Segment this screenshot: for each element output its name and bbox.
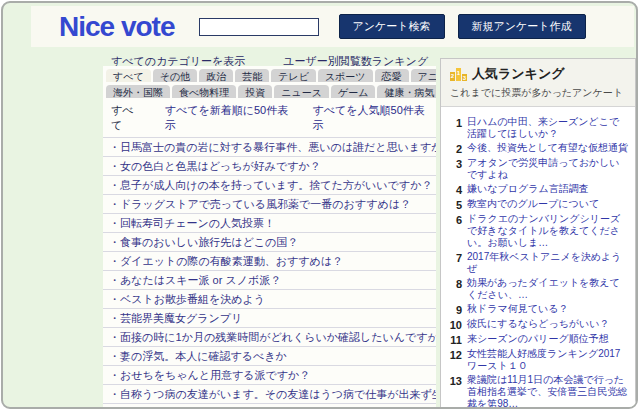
sort-newest-link[interactable]: すべてを新着順に50件表示 xyxy=(165,103,291,133)
rank-number: 12 xyxy=(447,348,462,361)
bullet: ・ xyxy=(109,236,120,248)
ranking-link[interactable]: 2017年秋ベストアニメを決めようぜ xyxy=(467,251,628,275)
tab-game[interactable]: ゲーム xyxy=(331,85,375,98)
ranking-item[interactable]: 5教室内でのグループについて xyxy=(447,198,628,211)
survey-link[interactable]: ベストお散歩番組を決めよう xyxy=(120,293,265,305)
survey-list-item[interactable]: ・ドラッグストアで売っている風邪薬で一番のおすすめは？ xyxy=(103,195,436,214)
sort-popular-link[interactable]: すべてを人気順50件表示 xyxy=(313,103,428,133)
bullet: ・ xyxy=(109,407,120,409)
bullet: ・ xyxy=(109,369,120,381)
ranking-link[interactable]: 彼氏にするならどっちがいい？ xyxy=(467,318,610,330)
bullet: ・ xyxy=(109,274,120,286)
tab-entertainment[interactable]: 芸能 xyxy=(235,69,269,82)
bullet: ・ xyxy=(109,388,120,400)
list-controls: すべて すべてを新着順に50件表示 すべてを人気順50件表示 xyxy=(103,98,436,137)
tab-all[interactable]: すべて xyxy=(106,69,151,82)
ranking-item[interactable]: 8効果があったダイエットを教えてください、… xyxy=(447,277,628,301)
survey-link[interactable]: 芸能界美魔女グランプリ xyxy=(120,312,242,324)
survey-link[interactable]: おせちをちゃんと用意する派ですか？ xyxy=(120,369,310,381)
ranking-item[interactable]: 12女性芸能人好感度ランキング2017 ワースト１０ xyxy=(447,348,628,372)
rank-number: 10 xyxy=(447,318,462,331)
bullet: ・ xyxy=(109,179,120,191)
survey-link[interactable]: 妻の浮気。本人に確認するべきか xyxy=(120,350,287,362)
survey-link[interactable]: 面接の時に1か月の残業時間がどれくらいか確認したいんですが、確認してしまった… xyxy=(120,331,436,343)
survey-list-item[interactable]: ・自称うつ病の友達がいます。その友達はうつ病で仕事が出来ず生活保護を受けている… xyxy=(103,385,436,404)
category-tabs-row-1: すべてその他政治芸能テレビスポーツ恋愛アニメ漫画ITダイエット xyxy=(103,66,436,82)
survey-link[interactable]: ハーゲンダッツ（ミニカップ）の人気投票 xyxy=(120,407,332,409)
survey-search-button[interactable]: アンケート検索 xyxy=(339,14,445,39)
ranking-link[interactable]: 女性芸能人好感度ランキング2017 ワースト１０ xyxy=(467,348,628,372)
survey-link[interactable]: ダイエットの際の有酸素運動、おすすめは？ xyxy=(120,255,343,267)
ranking-item[interactable]: 11来シーズンのパリーグ順位予想 xyxy=(447,333,628,346)
tab-tv[interactable]: テレビ xyxy=(271,69,316,82)
ranking-link[interactable]: 衆議院は11月1日の本会議で行った首相指名選挙で、安倍晋三自民党総裁を第98… xyxy=(467,374,628,409)
tab-anime-manga[interactable]: アニメ漫画 xyxy=(411,69,436,82)
survey-list-item[interactable]: ・食事のおいしい旅行先はどこの国？ xyxy=(103,233,436,252)
tab-news[interactable]: ニュース xyxy=(274,85,329,98)
tab-love[interactable]: 恋愛 xyxy=(375,69,409,82)
survey-list-item[interactable]: ・あなたはスキー派 or スノボ派？ xyxy=(103,271,436,290)
survey-list-item[interactable]: ・面接の時に1か月の残業時間がどれくらいか確認したいんですが、確認してしまった… xyxy=(103,328,436,347)
ranking-title: 人気ランキング xyxy=(472,65,565,83)
survey-list-item[interactable]: ・ハーゲンダッツ（ミニカップ）の人気投票 xyxy=(103,404,436,409)
survey-list-item[interactable]: ・ダイエットの際の有酸素運動、おすすめは？ xyxy=(103,252,436,271)
survey-list-item[interactable]: ・芸能界美魔女グランプリ xyxy=(103,309,436,328)
survey-list-item[interactable]: ・息子が成人向けの本を持っています。捨てた方がいいですか？ xyxy=(103,176,436,195)
ranking-list: 1日ハムの中田、来シーズンどこで活躍してほしいか？ 2今後、投資先として有望な仮… xyxy=(441,107,635,409)
podium-ranking-icon: 2 1 3 xyxy=(450,68,467,81)
survey-list-item[interactable]: ・ベストお散歩番組を決めよう xyxy=(103,290,436,309)
bullet: ・ xyxy=(109,198,120,210)
header: Nice vote アンケート検索 新規アンケート作成 xyxy=(31,6,634,47)
ranking-link[interactable]: 秋ドラマ何見ている？ xyxy=(467,303,568,315)
tab-health[interactable]: 健康・病気 xyxy=(377,85,436,98)
survey-link[interactable]: 食事のおいしい旅行先はどこの国？ xyxy=(120,236,298,248)
tab-other[interactable]: その他 xyxy=(153,69,197,82)
search-input[interactable] xyxy=(199,18,319,36)
ranking-item[interactable]: 2今後、投資先として有望な仮想通貨 xyxy=(447,142,628,155)
main-column: すべてその他政治芸能テレビスポーツ恋愛アニメ漫画ITダイエット 海外・国際食べ物… xyxy=(103,66,436,409)
tab-food[interactable]: 食べ物料理 xyxy=(172,85,236,98)
survey-list-item[interactable]: ・おせちをちゃんと用意する派ですか？ xyxy=(103,366,436,385)
ranking-link[interactable]: 来シーズンのパリーグ順位予想 xyxy=(467,333,609,345)
rank-number: 9 xyxy=(447,303,462,316)
ranking-item[interactable]: 10彼氏にするならどっちがいい？ xyxy=(447,318,628,331)
survey-link[interactable]: ドラッグストアで売っている風邪薬で一番のおすすめは？ xyxy=(120,198,411,210)
survey-list-item[interactable]: ・女の色白と色黒はどっちが好みですか？ xyxy=(103,157,436,176)
rank-number: 3 xyxy=(447,157,462,170)
survey-link[interactable]: あなたはスキー派 or スノボ派？ xyxy=(120,274,281,286)
ranking-link[interactable]: 今後、投資先として有望な仮想通貨 xyxy=(467,142,628,154)
rank-number: 2 xyxy=(447,142,462,155)
ranking-item[interactable]: 6ドラクエのナンバリングシリーズで好きなタイトルを教えてください。お願いしま… xyxy=(447,213,628,249)
bullet: ・ xyxy=(109,350,120,362)
ranking-link[interactable]: ドラクエのナンバリングシリーズで好きなタイトルを教えてください。お願いしま… xyxy=(467,213,628,249)
ranking-header: 2 1 3 人気ランキング これまでに投票が多かったアンケート xyxy=(441,59,635,107)
tab-sports[interactable]: スポーツ xyxy=(318,69,373,82)
ranking-item[interactable]: 3アオタンで労災申請っておかしいですよね xyxy=(447,157,628,181)
tab-politics[interactable]: 政治 xyxy=(199,69,233,82)
page: Nice vote アンケート検索 新規アンケート作成 すべてのカテゴリーを表示… xyxy=(0,0,640,411)
ranking-item[interactable]: 72017年秋ベストアニメを決めようぜ xyxy=(447,251,628,275)
ranking-item[interactable]: 1日ハムの中田、来シーズンどこで活躍してほしいか？ xyxy=(447,116,628,140)
ranking-link[interactable]: 効果があったダイエットを教えてください、… xyxy=(467,277,628,301)
survey-link[interactable]: 自称うつ病の友達がいます。その友達はうつ病で仕事が出来ず生活保護を受けている… xyxy=(120,388,436,400)
bullet: ・ xyxy=(109,255,120,267)
survey-list-item[interactable]: ・日馬富士の貴の岩に対する暴行事件、悪いのは誰だと思いますか？ xyxy=(103,138,436,157)
survey-link[interactable]: 回転寿司チェーンの人気投票！ xyxy=(120,217,275,229)
ranking-link[interactable]: 日ハムの中田、来シーズンどこで活躍してほしいか？ xyxy=(467,116,628,140)
survey-list-item[interactable]: ・妻の浮気。本人に確認するべきか xyxy=(103,347,436,366)
bullet: ・ xyxy=(109,217,120,229)
ranking-link[interactable]: 嫌いなプログラム言語調査 xyxy=(467,183,589,195)
survey-link[interactable]: 息子が成人向けの本を持っています。捨てた方がいいですか？ xyxy=(120,179,432,191)
ranking-item[interactable]: 13衆議院は11月1日の本会議で行った首相指名選挙で、安倍晋三自民党総裁を第98… xyxy=(447,374,628,409)
tab-overseas[interactable]: 海外・国際 xyxy=(106,85,170,98)
create-survey-button[interactable]: 新規アンケート作成 xyxy=(458,14,586,39)
tab-investment[interactable]: 投資 xyxy=(238,85,272,98)
ranking-link[interactable]: 教室内でのグループについて xyxy=(467,198,599,210)
survey-link[interactable]: 女の色白と色黒はどっちが好みですか？ xyxy=(120,160,321,172)
site-logo[interactable]: Nice vote xyxy=(59,11,175,43)
ranking-link[interactable]: アオタンで労災申請っておかしいですよね xyxy=(467,157,628,181)
survey-link[interactable]: 日馬富士の貴の岩に対する暴行事件、悪いのは誰だと思いますか？ xyxy=(120,141,436,153)
survey-list-item[interactable]: ・回転寿司チェーンの人気投票！ xyxy=(103,214,436,233)
ranking-item[interactable]: 9秋ドラマ何見ている？ xyxy=(447,303,628,316)
ranking-item[interactable]: 4嫌いなプログラム言語調査 xyxy=(447,183,628,196)
